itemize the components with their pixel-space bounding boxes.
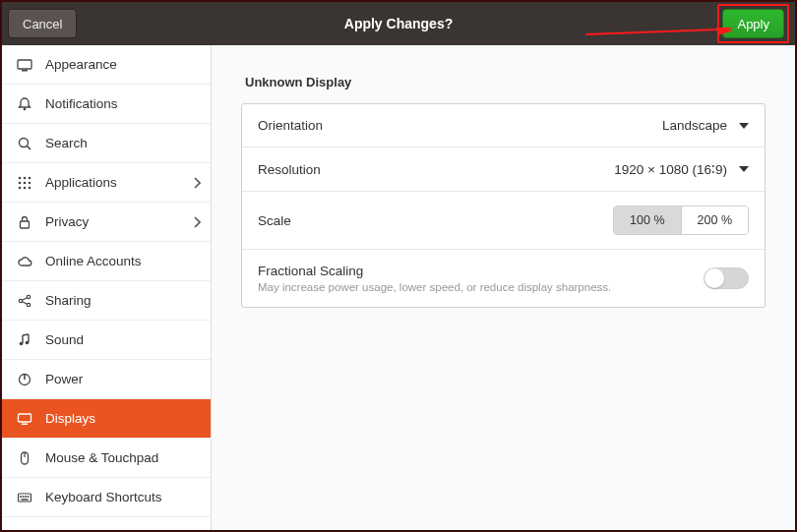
headerbar: Cancel Apply Changes? Apply [2, 2, 795, 45]
svg-point-10 [29, 176, 31, 179]
sidebar-item-sharing[interactable]: Sharing [2, 281, 211, 321]
svg-point-24 [26, 340, 30, 344]
chevron-right-icon [193, 177, 201, 189]
fractional-switch[interactable] [704, 267, 749, 289]
music-icon [16, 332, 33, 348]
scale-option-100[interactable]: 100 % [614, 207, 680, 234]
sidebar-item-label: Mouse & Touchpad [45, 450, 158, 465]
sidebar-item-mouse-touchpad[interactable]: Mouse & Touchpad [2, 439, 211, 478]
orientation-value: Landscape [662, 118, 727, 133]
svg-point-20 [27, 303, 30, 306]
sidebar-item-label: Appearance [45, 57, 117, 72]
sidebar-item-label: Displays [45, 411, 95, 426]
sidebar-item-label: Privacy [45, 214, 89, 229]
fractional-scaling-row: Fractional Scaling May increase power us… [242, 250, 765, 307]
svg-point-19 [27, 295, 30, 298]
fractional-label: Fractional Scaling [258, 264, 611, 278]
sidebar: AppearanceNotificationsSearchApplication… [2, 45, 212, 530]
sidebar-item-label: Search [45, 136, 88, 150]
sidebar-item-label: Applications [45, 175, 117, 190]
svg-point-18 [19, 299, 22, 302]
appearance-icon [16, 57, 33, 73]
sidebar-item-privacy[interactable]: Privacy [2, 203, 211, 242]
chevron-down-icon [739, 166, 749, 172]
scale-segmented: 100 %200 % [613, 206, 749, 235]
orientation-label: Orientation [258, 118, 323, 133]
share-icon [16, 293, 33, 309]
sidebar-item-label: Notifications [45, 96, 118, 111]
cloud-icon [16, 254, 33, 269]
resolution-label: Resolution [258, 162, 321, 177]
power-icon [16, 372, 33, 387]
svg-point-6 [20, 138, 29, 147]
apply-button[interactable]: Apply [722, 9, 784, 38]
scale-option-200[interactable]: 200 % [681, 207, 748, 234]
svg-rect-17 [21, 221, 30, 228]
scale-label: Scale [258, 213, 291, 228]
sidebar-item-notifications[interactable]: Notifications [2, 85, 211, 124]
svg-point-12 [24, 181, 27, 184]
svg-point-13 [29, 181, 31, 184]
sidebar-item-displays[interactable]: Displays [2, 399, 211, 439]
main-panel: Unknown Display Orientation Landscape Re… [212, 45, 795, 530]
sidebar-item-online-accounts[interactable]: Online Accounts [2, 242, 211, 281]
search-icon [16, 136, 33, 151]
sidebar-item-keyboard-shortcuts[interactable]: Keyboard Shortcuts [2, 478, 211, 517]
dialog-title: Apply Changes? [2, 16, 795, 31]
cancel-button[interactable]: Cancel [8, 9, 77, 38]
svg-rect-3 [18, 60, 31, 69]
sidebar-item-label: Power [45, 372, 83, 386]
svg-point-16 [29, 186, 31, 189]
sidebar-item-label: Sharing [45, 293, 92, 308]
orientation-row[interactable]: Orientation Landscape [242, 104, 765, 148]
sidebar-item-label: Sound [45, 332, 84, 347]
display-icon [16, 411, 33, 427]
sidebar-item-label: Printers [45, 530, 92, 531]
svg-point-11 [19, 181, 22, 184]
svg-line-21 [23, 297, 28, 299]
sidebar-item-search[interactable]: Search [2, 124, 211, 163]
svg-line-7 [28, 146, 31, 149]
sidebar-item-sound[interactable]: Sound [2, 321, 211, 360]
settings-list: Orientation Landscape Resolution 1920 × … [241, 103, 766, 308]
svg-point-5 [24, 107, 27, 110]
section-title: Unknown Display [245, 75, 762, 89]
sidebar-item-power[interactable]: Power [2, 360, 211, 399]
fractional-sub: May increase power usage, lower speed, o… [258, 281, 611, 293]
chevron-right-icon [193, 216, 201, 228]
svg-point-9 [24, 176, 27, 179]
svg-rect-27 [19, 414, 31, 422]
sidebar-item-printers[interactable]: Printers [2, 517, 211, 530]
bell-icon [16, 96, 33, 112]
chevron-down-icon [739, 123, 749, 129]
sidebar-item-appearance[interactable]: Appearance [2, 45, 211, 85]
svg-point-15 [24, 186, 27, 189]
sidebar-item-applications[interactable]: Applications [2, 163, 211, 203]
resolution-row[interactable]: Resolution 1920 × 1080 (16∶9) [242, 148, 765, 192]
sidebar-item-label: Online Accounts [45, 254, 142, 268]
svg-line-22 [23, 301, 28, 303]
annotation-highlight: Apply [717, 4, 789, 43]
scale-row: Scale 100 %200 % [242, 192, 765, 250]
apps-icon [16, 175, 33, 191]
sidebar-item-label: Keyboard Shortcuts [45, 490, 162, 504]
svg-point-23 [20, 341, 24, 345]
svg-rect-28 [22, 423, 28, 425]
svg-point-14 [19, 186, 22, 189]
mouse-icon [16, 450, 33, 466]
resolution-value: 1920 × 1080 (16∶9) [614, 161, 727, 177]
content: AppearanceNotificationsSearchApplication… [2, 45, 795, 530]
printer-icon [16, 529, 33, 530]
svg-point-8 [19, 176, 22, 179]
lock-icon [16, 214, 33, 230]
keyboard-icon [16, 490, 33, 505]
svg-rect-4 [22, 70, 28, 72]
